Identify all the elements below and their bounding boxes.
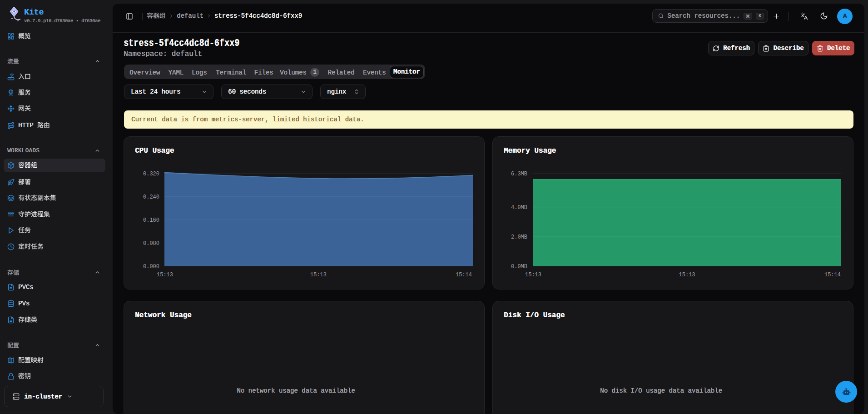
svg-text:4.0MB: 4.0MB bbox=[511, 205, 527, 211]
svg-text:15:14: 15:14 bbox=[456, 272, 472, 278]
svg-text:6.3MB: 6.3MB bbox=[511, 171, 527, 177]
svg-text:15:13: 15:13 bbox=[679, 272, 695, 278]
svg-text:0.320: 0.320 bbox=[143, 171, 159, 177]
svg-text:2.0MB: 2.0MB bbox=[511, 234, 527, 240]
svg-text:15:13: 15:13 bbox=[157, 272, 173, 278]
svg-text:15:13: 15:13 bbox=[310, 272, 327, 278]
svg-text:15:14: 15:14 bbox=[824, 272, 841, 278]
svg-text:0.160: 0.160 bbox=[143, 217, 159, 224]
svg-text:0.240: 0.240 bbox=[143, 194, 159, 200]
svg-text:0.0MB: 0.0MB bbox=[511, 264, 527, 270]
svg-text:15:13: 15:13 bbox=[525, 272, 541, 278]
svg-text:0.080: 0.080 bbox=[143, 240, 159, 247]
svg-text:0.000: 0.000 bbox=[143, 264, 159, 270]
